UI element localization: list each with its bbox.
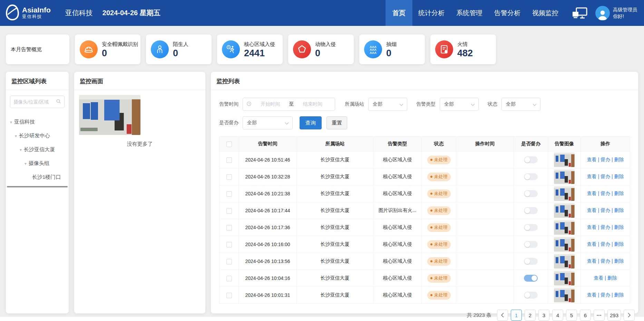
nav-item-home[interactable]: 首页 [386,0,412,26]
tree-item-rd-center[interactable]: ▾长沙研发中心 [10,133,65,139]
supervise-toggle[interactable] [524,173,538,180]
action-link[interactable]: 删除 [614,157,624,162]
user-info[interactable]: 高级管理员 你好! [595,6,637,20]
station-select[interactable]: 全部 [368,98,407,111]
page-button-6[interactable]: 6 [580,310,591,321]
action-link[interactable]: 督办 [601,292,610,298]
alarm-image-thumbnail[interactable] [554,220,575,235]
supervise-toggle[interactable] [524,207,538,214]
user-avatar-icon[interactable] [595,6,610,20]
row-checkbox[interactable] [226,157,232,163]
alarm-image-thumbnail[interactable] [554,153,575,167]
page-button-1[interactable]: 1 [511,310,522,321]
action-link[interactable]: 删除 [614,174,624,179]
camera-snapshot[interactable] [79,95,140,135]
status-select[interactable]: 全部 [501,98,540,111]
action-link[interactable]: 查看 [587,191,597,196]
prev-page-button[interactable] [497,310,508,321]
video-wall-icon[interactable] [572,7,588,19]
row-checkbox[interactable] [226,259,232,264]
action-link[interactable]: 督办 [601,258,610,264]
action-link[interactable]: 删除 [614,207,624,213]
date-range-input[interactable]: 开始时间 至 结束时间 [243,98,335,111]
nav-item-system[interactable]: 系统管理 [450,0,488,26]
action-link[interactable]: 查看 [587,258,597,264]
row-checkbox[interactable] [226,208,232,214]
row-checkbox[interactable] [226,276,232,281]
alarm-image-thumbnail[interactable] [554,169,575,184]
nav-item-alarm-analysis[interactable]: 告警分析 [488,0,526,26]
supervise-toggle[interactable] [524,275,538,282]
tree-item-camera[interactable]: 长沙1楼门口 [10,174,65,181]
last-page-button[interactable]: 293 [607,310,621,321]
action-link[interactable]: 督办 [601,241,610,247]
alarm-image-thumbnail[interactable] [554,271,575,285]
row-checkbox[interactable] [226,242,232,247]
row-checkbox[interactable] [226,225,232,231]
action-link[interactable]: 督办 [601,224,610,230]
caret-down-icon[interactable]: ▾ [10,120,12,125]
action-link[interactable]: 查看 [587,157,597,162]
row-checkbox[interactable] [226,191,232,197]
reset-button[interactable]: 重置 [326,116,347,129]
overview-label: 本月告警概览 [11,46,42,53]
supervise-select[interactable]: 全部 [243,116,293,129]
caret-down-icon[interactable]: ▾ [25,161,27,166]
supervise-toggle[interactable] [524,156,538,163]
status-badge: 未处理 [427,291,451,300]
alarm-image-thumbnail[interactable] [554,203,575,218]
caret-down-icon[interactable]: ▾ [15,134,17,138]
station-cell: 长沙亚信大厦 [297,253,373,270]
row-checkbox[interactable] [226,293,232,298]
alarm-image-thumbnail[interactable] [554,237,575,252]
action-link[interactable]: 删除 [614,258,624,264]
action-link[interactable]: 督办 [601,174,610,179]
action-link[interactable]: 删除 [614,241,624,247]
alarm-image-thumbnail[interactable] [554,254,575,269]
camera-search-input[interactable] [13,99,56,105]
supervise-toggle[interactable] [524,224,538,231]
alarm-image-thumbnail[interactable] [554,288,575,302]
tree-item-company[interactable]: ▾亚信科技 [10,119,65,125]
page-button-5[interactable]: 5 [566,310,577,321]
alarm-type-select[interactable]: 全部 [440,98,479,111]
page-button-4[interactable]: 4 [552,310,563,321]
alarm-image-thumbnail[interactable] [554,186,575,201]
action-link[interactable]: 查看 [587,174,597,179]
action-link[interactable]: 删除 [614,292,624,298]
search-icon[interactable] [56,99,61,105]
action-link[interactable]: 删除 [614,224,624,230]
action-link[interactable]: 督办 [601,207,610,213]
supervise-toggle[interactable] [524,258,538,265]
action-link[interactable]: 查看 [594,275,603,281]
page-button-3[interactable]: 3 [538,310,549,321]
page-button-2[interactable]: 2 [525,310,536,321]
horizontal-scrollbar[interactable] [7,186,68,187]
more-pages-button[interactable]: ••• [594,310,605,321]
nav-item-statistics[interactable]: 统计分析 [412,0,450,26]
action-link[interactable]: 督办 [601,157,610,162]
next-page-button[interactable] [624,310,635,321]
row-checkbox[interactable] [226,174,232,180]
tree-item-building[interactable]: ▾长沙亚信大厦 [10,146,65,153]
select-all-checkbox[interactable] [226,142,232,147]
action-link[interactable]: 查看 [587,224,597,230]
supervise-toggle[interactable] [524,292,538,299]
header-op-time: 操作时间 [456,137,514,152]
action-link[interactable]: 查看 [587,292,597,298]
action-link[interactable]: 删除 [614,191,624,196]
station-cell: 长沙亚信大厦 [297,287,373,304]
tree-item-camera-group[interactable]: ▾摄像头组 [10,160,65,167]
action-link[interactable]: 查看 [587,207,597,213]
caret-down-icon[interactable]: ▾ [20,147,22,152]
search-button[interactable]: 查询 [300,116,322,129]
supervise-toggle[interactable] [524,190,538,197]
action-link[interactable]: 删除 [607,275,617,281]
action-link[interactable]: 督办 [601,191,610,196]
end-time-placeholder[interactable]: 结束时间 [294,101,332,107]
nav-item-video-monitor[interactable]: 视频监控 [526,0,564,26]
supervise-toggle[interactable] [524,241,538,248]
stat-label: 火情 [457,41,473,48]
action-link[interactable]: 查看 [587,241,597,247]
start-time-placeholder[interactable]: 开始时间 [252,101,289,107]
